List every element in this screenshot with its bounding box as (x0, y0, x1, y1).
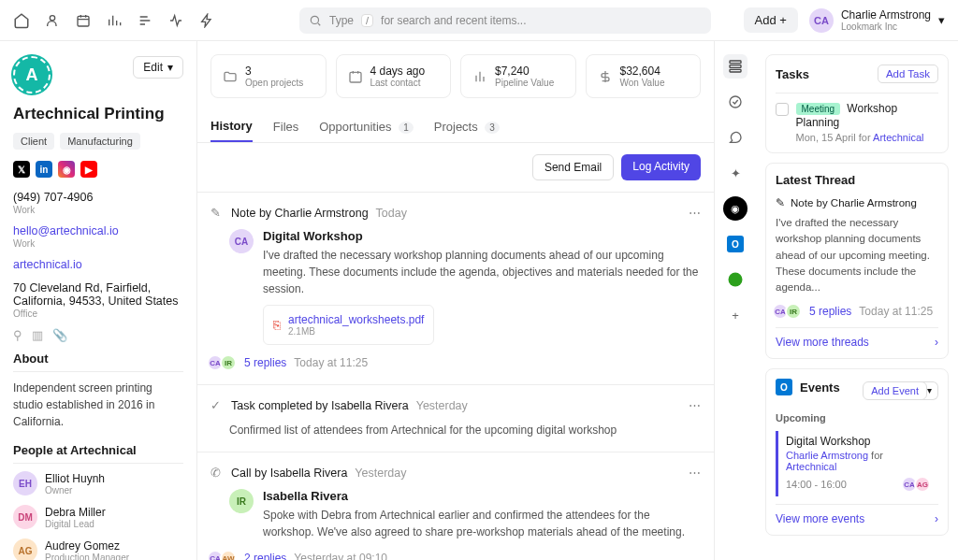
send-email-button[interactable]: Send Email (532, 154, 614, 180)
stat-card[interactable]: $32,604Won Value (586, 54, 702, 98)
rail-stack-icon[interactable] (723, 54, 748, 79)
view-more-events[interactable]: View more events › (776, 504, 938, 525)
youtube-icon[interactable]: ▶ (80, 161, 97, 178)
x-icon[interactable]: 𝕏 (13, 161, 30, 178)
feed-avatar: IR (229, 489, 254, 513)
more-icon[interactable]: ⋯ (689, 466, 701, 480)
chevron-down-icon: ▾ (167, 61, 173, 74)
svg-point-0 (50, 15, 54, 20)
stat-value: 4 days ago (370, 65, 426, 78)
stat-card[interactable]: $7,240Pipeline Value (460, 54, 576, 98)
person-name: Audrey Gomez (45, 539, 129, 553)
events-card: OEvents Add Event ▾ Upcoming Digital Wor… (765, 368, 949, 536)
rail-sparkle-icon[interactable]: ✦ (723, 161, 748, 185)
chevron-down-icon: ▾ (938, 13, 945, 27)
add-button[interactable]: Add + (744, 7, 798, 33)
stat-card[interactable]: 3Open projects (210, 54, 327, 98)
thread-card: Latest Thread ✎ Note by Charlie Armstron… (765, 163, 949, 359)
search-bar[interactable]: Type / for search and recent items... (299, 7, 711, 34)
tab-opportunities[interactable]: Opportunities 1 (319, 112, 414, 141)
replies-link[interactable]: 5 replies (244, 356, 286, 369)
event-item[interactable]: Digital Workshop Charlie Armstrong for A… (776, 431, 938, 496)
attach-icon[interactable]: 📎 (52, 328, 67, 342)
linkedin-icon[interactable]: in (36, 161, 52, 178)
event-person[interactable]: Charlie Armstrong (786, 450, 868, 461)
feed-avatar: CA (229, 229, 254, 253)
tabs: History Files Opportunities 1 Projects 3 (197, 111, 714, 143)
feed-relative-time: Yesterday (355, 467, 406, 480)
person-icon[interactable] (44, 12, 61, 29)
attachment[interactable]: ⎘artechnical_worksheets.pdf2.1MB (263, 305, 434, 345)
activity-feed: ✎Note by Charlie ArmstrongToday⋯CADigita… (197, 193, 714, 560)
tag-client[interactable]: Client (13, 133, 54, 150)
dollar-icon (598, 69, 613, 84)
tab-projects[interactable]: Projects 3 (434, 112, 500, 141)
stat-value: 3 (245, 65, 303, 78)
thread-byline: ✎ Note by Charlie Armstrong (776, 196, 938, 209)
building-icon[interactable]: ▥ (32, 328, 43, 342)
rail-rss-icon[interactable]: ◉ (723, 196, 748, 221)
folder-icon (223, 69, 238, 84)
address-label: Office (13, 309, 183, 319)
mini-avatar: IR (785, 303, 802, 320)
pin-icon[interactable]: ⚲ (13, 328, 22, 342)
top-bar: Type / for search and recent items... Ad… (0, 0, 958, 41)
view-more-threads[interactable]: View more threads › (776, 327, 938, 349)
svg-rect-3 (350, 72, 361, 82)
svg-point-2 (311, 16, 318, 23)
rail-quickbooks-icon[interactable] (723, 267, 748, 292)
bars-icon[interactable] (106, 12, 123, 29)
rail-outlook-icon[interactable]: O (723, 232, 748, 256)
add-event-dropdown[interactable]: ▾ (922, 381, 938, 400)
add-event-button[interactable]: Add Event (863, 381, 927, 400)
feed-item: ✓Task completed by Isabella RiveraYester… (197, 385, 714, 452)
thread-text: I've drafted the necessary workshop plan… (776, 215, 938, 295)
tab-history[interactable]: History (210, 111, 253, 142)
rail-add-icon[interactable]: + (723, 303, 748, 327)
thread-replies[interactable]: 5 replies (809, 305, 851, 318)
note-icon: ✎ (776, 196, 785, 209)
add-task-button[interactable]: Add Task (878, 65, 938, 83)
feed-item: ✆Call by Isabella RiveraYesterday⋯IRIsab… (197, 452, 714, 560)
phone[interactable]: (949) 707-4906 (13, 191, 183, 204)
tag-manufacturing[interactable]: Manufacturing (60, 133, 140, 150)
task-checkbox[interactable] (776, 103, 789, 116)
task-org-link[interactable]: Artechnical (873, 132, 923, 143)
stat-card[interactable]: 4 days agoLast contact (336, 54, 452, 98)
right-sidebar: Tasks Add Task Meeting Workshop Planning… (756, 41, 958, 560)
about-text: Independent screen printing studio estab… (13, 380, 183, 430)
home-icon[interactable] (13, 12, 30, 29)
log-activity-button[interactable]: Log Activity (621, 154, 701, 180)
activity-icon[interactable] (167, 12, 184, 29)
rail-chat-icon[interactable] (723, 125, 748, 150)
feed-timestamp: Yesterday at 09:10 (294, 552, 387, 560)
center-panel: 3Open projects4 days agoLast contact$7,2… (196, 41, 715, 560)
more-icon[interactable]: ⋯ (689, 206, 701, 220)
feed-relative-time: Yesterday (416, 399, 468, 412)
email[interactable]: hello@artechnical.io (13, 224, 183, 237)
instagram-icon[interactable]: ◉ (58, 161, 75, 178)
calendar-icon[interactable] (75, 12, 92, 29)
more-icon[interactable]: ⋯ (689, 398, 701, 412)
search-icon (309, 14, 322, 27)
tab-files[interactable]: Files (273, 112, 298, 141)
chevron-right-icon: › (935, 336, 938, 349)
svg-rect-6 (730, 69, 741, 72)
event-org[interactable]: Artechnical (786, 461, 836, 472)
task-date: Mon, 15 April for (796, 132, 874, 143)
edit-button[interactable]: Edit ▾ (133, 56, 183, 79)
person-item[interactable]: EHElliot HuynhOwner (13, 471, 183, 495)
search-type-label: Type (329, 14, 354, 27)
person-item[interactable]: AGAudrey GomezProduction Manager (13, 538, 183, 560)
feed-text: Confirmed list of attendees from Artechn… (229, 422, 701, 438)
rail-check-icon[interactable] (723, 90, 748, 114)
website[interactable]: artechnical.io (13, 258, 183, 271)
replies-link[interactable]: 2 replies (244, 552, 286, 560)
task-item[interactable]: Meeting Workshop Planning Mon, 15 April … (776, 93, 938, 143)
person-item[interactable]: DMDebra MillerDigital Lead (13, 505, 183, 529)
list-icon[interactable] (137, 12, 153, 29)
person-avatar: DM (13, 505, 37, 529)
bolt-icon[interactable] (198, 12, 215, 29)
svg-rect-4 (730, 61, 741, 64)
profile-menu[interactable]: CA Charlie Armstrong Lookmark Inc ▾ (809, 8, 945, 33)
